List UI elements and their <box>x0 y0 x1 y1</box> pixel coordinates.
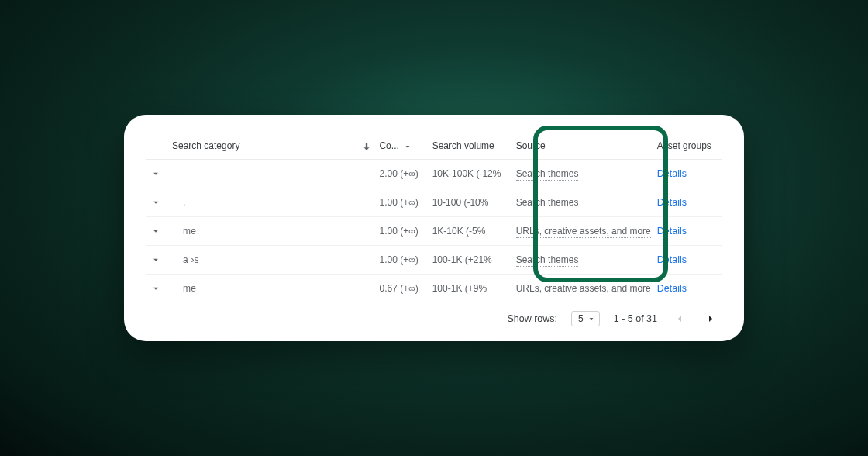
column-header-asset-groups[interactable]: Asset groups <box>654 133 722 159</box>
cell-co: 1.00 (+∞) <box>376 245 429 274</box>
cell-search-category: a ›s <box>146 245 358 274</box>
header-label: Co... <box>379 140 398 151</box>
column-header-search-category[interactable]: Search category <box>146 133 358 159</box>
cell-co: 2.00 (+∞) <box>376 159 429 188</box>
header-label: Asset groups <box>657 140 711 151</box>
cell-spacer <box>358 245 377 274</box>
column-header-sort[interactable] <box>358 133 377 159</box>
cell-asset-groups: Details <box>654 159 722 188</box>
cell-co: 1.00 (+∞) <box>376 216 429 245</box>
cell-search-category: . <box>146 188 358 216</box>
category-label: . <box>169 197 186 208</box>
cell-search-category: me <box>146 216 358 245</box>
column-header-search-volume[interactable]: Search volume <box>429 133 513 159</box>
chevron-down-icon <box>150 254 161 265</box>
cell-search-volume: 10K-100K (-12% <box>429 159 513 188</box>
cell-co: 0.67 (+∞) <box>376 274 429 302</box>
cell-asset-groups: Details <box>654 274 722 302</box>
rows-per-page-select[interactable]: 5 <box>571 311 600 326</box>
table-row: 2.00 (+∞)10K-100K (-12%Search themesDeta… <box>146 159 722 188</box>
pagination-bar: Show rows: 5 1 - 5 of 31 <box>146 302 722 327</box>
expand-row-button[interactable] <box>149 282 163 295</box>
show-rows-label: Show rows: <box>507 313 557 324</box>
data-table-card: Search category Co... Search volume <box>124 115 744 341</box>
details-link[interactable]: Details <box>657 168 687 179</box>
table-row: .1.00 (+∞)10-100 (-10%Search themesDetai… <box>146 188 722 216</box>
details-link[interactable]: Details <box>657 283 687 294</box>
category-label: me <box>169 283 196 294</box>
header-label: Search volume <box>432 140 494 151</box>
cell-search-category <box>146 159 358 188</box>
source-link[interactable]: Search themes <box>516 168 579 181</box>
details-link[interactable]: Details <box>657 254 687 265</box>
expand-row-button[interactable] <box>149 253 163 267</box>
dropdown-icon <box>587 314 596 323</box>
cell-search-category: me <box>146 274 358 302</box>
prev-page-button[interactable] <box>671 310 688 327</box>
table-row: a ›s1.00 (+∞)100-1K (+21%Search themesDe… <box>146 245 722 274</box>
table-header-row: Search category Co... Search volume <box>146 133 722 159</box>
cell-search-volume: 1K-10K (-5% <box>429 216 513 245</box>
column-header-source[interactable]: Source <box>513 133 654 159</box>
cell-spacer <box>358 274 377 302</box>
cell-search-volume: 100-1K (+9% <box>429 274 513 302</box>
cell-asset-groups: Details <box>654 216 722 245</box>
chevron-down-icon <box>150 226 161 237</box>
chevron-down-icon <box>150 197 161 208</box>
chevron-down-icon <box>150 283 161 294</box>
expand-row-button[interactable] <box>149 167 163 181</box>
cell-source: Search themes <box>513 188 654 216</box>
table-body: 2.00 (+∞)10K-100K (-12%Search themesDeta… <box>146 159 722 302</box>
column-header-co[interactable]: Co... <box>376 133 429 159</box>
table-row: me1.00 (+∞)1K-10K (-5%URLs, creative ass… <box>146 216 722 245</box>
arrow-down-icon <box>361 140 372 151</box>
details-link[interactable]: Details <box>657 197 687 208</box>
details-link[interactable]: Details <box>657 226 687 237</box>
cell-co: 1.00 (+∞) <box>376 188 429 216</box>
cell-source: Search themes <box>513 159 654 188</box>
cell-spacer <box>358 188 377 216</box>
chevron-left-icon <box>673 313 686 325</box>
source-link[interactable]: Search themes <box>516 197 579 209</box>
expand-row-button[interactable] <box>149 224 163 238</box>
source-link[interactable]: URLs, creative assets, and more <box>516 226 651 238</box>
page-range: 1 - 5 of 31 <box>614 313 657 324</box>
table-row: me0.67 (+∞)100-1K (+9%URLs, creative ass… <box>146 274 722 302</box>
cell-spacer <box>358 159 377 188</box>
rows-per-page-value: 5 <box>578 313 584 324</box>
expand-row-button[interactable] <box>149 195 163 209</box>
search-category-table: Search category Co... Search volume <box>146 133 722 302</box>
next-page-button[interactable] <box>702 310 719 327</box>
cell-asset-groups: Details <box>654 188 722 216</box>
source-link[interactable]: Search themes <box>516 254 579 267</box>
dropdown-icon <box>401 140 412 151</box>
cell-search-volume: 10-100 (-10% <box>429 188 513 216</box>
header-label: Source <box>516 140 546 151</box>
cell-source: Search themes <box>513 245 654 274</box>
cell-spacer <box>358 216 377 245</box>
header-label: Search category <box>149 140 239 151</box>
cell-search-volume: 100-1K (+21% <box>429 245 513 274</box>
chevron-down-icon <box>150 168 161 179</box>
cell-source: URLs, creative assets, and more <box>513 274 654 302</box>
category-label: me <box>169 226 196 237</box>
chevron-right-icon <box>704 313 717 325</box>
cell-asset-groups: Details <box>654 245 722 274</box>
source-link[interactable]: URLs, creative assets, and more <box>516 283 651 295</box>
category-label: a ›s <box>169 254 199 265</box>
cell-source: URLs, creative assets, and more <box>513 216 654 245</box>
